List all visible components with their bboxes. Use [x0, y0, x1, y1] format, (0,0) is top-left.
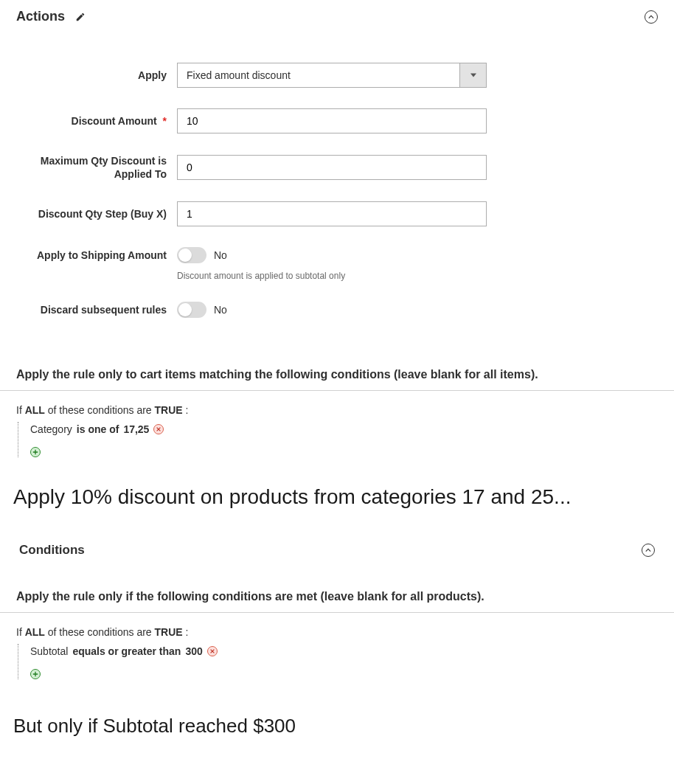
- condition-operator[interactable]: equals or greater than: [72, 645, 181, 657]
- collapse-icon[interactable]: [642, 544, 655, 557]
- apply-shipping-toggle[interactable]: [177, 247, 206, 263]
- apply-shipping-label: Apply to Shipping Amount: [16, 247, 177, 262]
- discount-amount-label: Discount Amount *: [16, 114, 177, 128]
- remove-condition-icon[interactable]: [207, 646, 218, 656]
- apply-shipping-row: Apply to Shipping Amount No Discount amo…: [16, 247, 658, 281]
- chevron-down-icon[interactable]: [459, 63, 486, 87]
- add-condition-icon[interactable]: [30, 447, 41, 457]
- condition-operator[interactable]: is one of: [77, 423, 119, 435]
- apply-select[interactable]: Fixed amount discount: [177, 63, 487, 88]
- conditions-rule-root: If ALL of these conditions are TRUE :: [16, 626, 658, 638]
- cart-rule-root: If ALL of these conditions are TRUE :: [16, 404, 658, 416]
- condition-value[interactable]: 17,25: [123, 423, 149, 435]
- collapse-icon[interactable]: [645, 10, 658, 24]
- add-condition-icon[interactable]: [30, 669, 41, 679]
- discount-amount-input[interactable]: [177, 108, 487, 133]
- condition-attribute[interactable]: Category: [30, 423, 72, 435]
- rule-suffix: :: [183, 626, 189, 638]
- cart-conditions-heading: Apply the rule only to cart items matchi…: [0, 368, 674, 391]
- caption-subtotal: But only if Subtotal reached $300: [0, 694, 674, 745]
- rule-prefix: If: [16, 626, 25, 638]
- rule-all-aggregator[interactable]: ALL: [25, 404, 45, 416]
- toggle-knob: [178, 249, 192, 262]
- qty-step-row: Discount Qty Step (Buy X): [16, 201, 658, 226]
- max-qty-input[interactable]: [177, 155, 487, 180]
- rule-all-aggregator[interactable]: ALL: [25, 626, 45, 638]
- rule-mid: of these conditions are: [45, 404, 155, 416]
- remove-condition-icon[interactable]: [153, 424, 164, 434]
- condition-attribute[interactable]: Subtotal: [30, 645, 68, 657]
- cart-condition-item: Category is one of 17,25: [30, 422, 658, 435]
- discount-amount-row: Discount Amount *: [16, 108, 658, 133]
- rule-suffix: :: [183, 404, 189, 416]
- discount-amount-label-text: Discount Amount: [72, 115, 157, 127]
- qty-step-input[interactable]: [177, 201, 487, 226]
- actions-form: Apply Fixed amount discount Discount Amo…: [0, 33, 674, 353]
- discard-rules-row: Discard subsequent rules No: [16, 302, 658, 318]
- cart-rule-container: If ALL of these conditions are TRUE : Ca…: [0, 404, 674, 472]
- qty-step-label: Discount Qty Step (Buy X): [16, 207, 177, 221]
- edit-icon[interactable]: [75, 12, 86, 22]
- conditions-subheading: Apply the rule only if the following con…: [0, 590, 674, 613]
- discard-rules-label: Discard subsequent rules: [16, 303, 177, 316]
- condition-value[interactable]: 300: [185, 645, 202, 657]
- rule-true-value[interactable]: TRUE: [155, 626, 183, 638]
- discard-rules-toggle[interactable]: [177, 302, 206, 318]
- rule-mid: of these conditions are: [45, 626, 155, 638]
- max-qty-label: Maximum Qty Discount is Applied To: [16, 154, 177, 181]
- conditions-rule-container: If ALL of these conditions are TRUE : Su…: [0, 626, 674, 694]
- actions-header[interactable]: Actions: [0, 0, 674, 33]
- cart-rule-children: Category is one of 17,25: [18, 422, 658, 457]
- discard-rules-value: No: [214, 304, 227, 316]
- required-star-icon: *: [163, 115, 167, 127]
- max-qty-row: Maximum Qty Discount is Applied To: [16, 154, 658, 181]
- caption-discount: Apply 10% discount on products from cate…: [0, 472, 674, 530]
- rule-true-value[interactable]: TRUE: [155, 404, 183, 416]
- apply-row: Apply Fixed amount discount: [16, 63, 658, 88]
- apply-shipping-helper: Discount amount is applied to subtotal o…: [177, 271, 487, 281]
- conditions-header[interactable]: Conditions: [0, 530, 674, 563]
- toggle-knob: [178, 303, 192, 316]
- conditions-rule-children: Subtotal equals or greater than 300: [18, 644, 658, 679]
- apply-shipping-value: No: [214, 249, 227, 261]
- apply-label: Apply: [16, 69, 177, 82]
- rule-prefix: If: [16, 404, 25, 416]
- conditions-item: Subtotal equals or greater than 300: [30, 644, 658, 657]
- conditions-title: Conditions: [19, 543, 85, 558]
- apply-value: Fixed amount discount: [178, 63, 459, 87]
- actions-title: Actions: [16, 9, 65, 24]
